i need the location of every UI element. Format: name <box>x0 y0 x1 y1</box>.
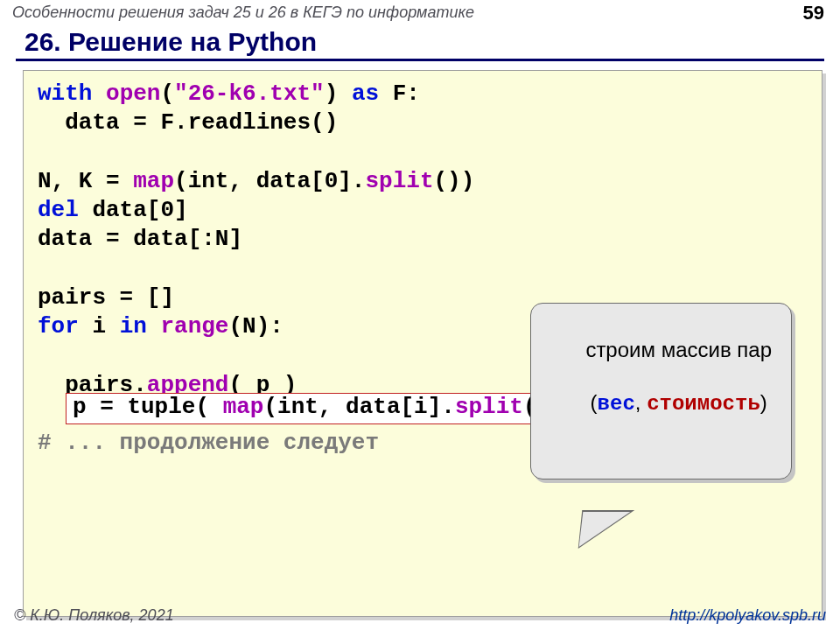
footer-link: http://kpolyakov.spb.ru <box>669 606 826 625</box>
t: вес <box>598 392 635 416</box>
code-block: with open("26-k6.txt") as F: data = F.re… <box>23 70 822 617</box>
t: ) <box>760 390 767 414</box>
t: for <box>38 313 79 340</box>
t <box>147 313 161 340</box>
t: (N): <box>228 313 283 340</box>
t: data[0] <box>79 197 188 223</box>
t: (int, data[i]. <box>263 394 454 420</box>
t: open <box>106 80 160 107</box>
t: N, K = <box>38 168 133 194</box>
copyright: © К.Ю. Поляков, 2021 <box>14 606 174 625</box>
t: ( <box>160 80 174 107</box>
highlight-code: p = tuple( map(int, data[i].split()) ) <box>73 393 592 422</box>
t <box>38 139 52 165</box>
t: data = data[:N] <box>38 226 242 252</box>
t: map <box>133 168 174 194</box>
callout-bubble: строим массив пар (вес, стоимость) <box>530 303 792 480</box>
t: ()) <box>433 168 474 194</box>
t: , <box>635 390 647 414</box>
t: del <box>38 197 79 223</box>
t: F: <box>379 80 420 107</box>
t: as <box>352 80 379 107</box>
t <box>38 256 52 282</box>
t: in <box>120 313 147 340</box>
t <box>38 401 52 427</box>
t: i <box>79 313 120 340</box>
slide-header: Особенности решения задач 25 и 26 в КЕГЭ… <box>0 0 840 22</box>
t: "26-k6.txt" <box>174 80 325 107</box>
t: ( <box>591 390 598 414</box>
footer: © К.Ю. Поляков, 2021 http://kpolyakov.sp… <box>0 606 840 625</box>
t: строим массив пар <box>585 338 772 361</box>
t: data = F.readlines() <box>38 109 338 136</box>
t: split <box>455 394 523 420</box>
t: # ... продолжение следует <box>38 430 379 456</box>
t: pairs = [] <box>38 284 174 311</box>
t: split <box>365 168 433 194</box>
page-number: 59 <box>803 2 824 24</box>
t: range <box>160 313 228 340</box>
t: p = tuple( <box>73 394 223 420</box>
title-rule <box>16 59 824 61</box>
t: with <box>38 80 92 107</box>
t: map <box>223 394 264 420</box>
t: (int, data[0]. <box>174 168 365 194</box>
callout: строим массив пар (вес, стоимость) <box>530 244 792 537</box>
t: ) <box>325 80 339 107</box>
slide-title: 26. Решение на Python <box>0 22 840 59</box>
t: стоимость <box>647 392 760 416</box>
